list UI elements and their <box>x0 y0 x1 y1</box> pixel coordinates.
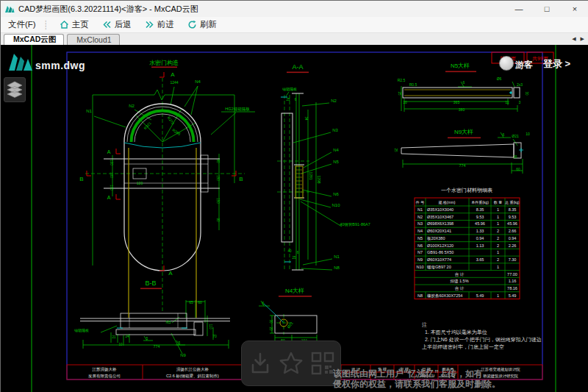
home-button[interactable]: 主页 <box>53 17 96 32</box>
cad-label: N4大样 <box>285 288 304 294</box>
tab-mxcad-cloud[interactable]: MxCAD云图 <box>4 34 64 45</box>
table-cell: N1 <box>417 207 423 212</box>
cad-label: 40 <box>287 249 292 253</box>
cad-label: 3 <box>519 100 521 104</box>
cad-label: 2x3 <box>517 82 523 87</box>
table-cell: 1.33 <box>476 229 484 233</box>
cad-label: 10 <box>403 100 407 104</box>
back-button[interactable]: 后退 <box>96 17 138 32</box>
cad-label: R270 <box>167 115 176 125</box>
table-header: 单件重(kg) <box>471 200 489 204</box>
close-button[interactable]: × <box>561 1 588 17</box>
username[interactable]: 游客 <box>515 59 533 71</box>
login-link[interactable]: 登录 > <box>543 57 570 71</box>
maximize-button[interactable]: □ <box>533 1 561 17</box>
table-cell: 1 <box>497 207 499 212</box>
cad-label: 6 <box>297 251 299 254</box>
table-cell: GB91-86 5X50 <box>427 250 453 254</box>
cad-label: 锚箱隔板 <box>74 328 89 333</box>
cad-label: N10 <box>331 203 340 207</box>
table-cell: 7.30 <box>509 257 517 262</box>
cad-label: 70 <box>212 334 217 338</box>
qrcode-icon[interactable] <box>310 351 335 376</box>
mxcad-logo[interactable] <box>8 51 33 71</box>
cad-label: 100 <box>110 185 113 190</box>
table-cell: 45.96 <box>475 221 485 226</box>
cad-label: N9 <box>180 353 186 357</box>
cad-label: 65 <box>189 300 193 304</box>
cad-label: A-A <box>292 63 303 71</box>
table-cell: 2 <box>497 243 499 248</box>
table-cell: N5 <box>417 236 423 240</box>
app-window: CAD梦想画图(6.3.20221114)<游客> - MxCAD云图 — □ … <box>0 0 588 392</box>
refresh-button[interactable]: 刷新 <box>181 17 223 32</box>
cad-label: 365 <box>453 100 460 104</box>
cad-label: N5 <box>333 160 339 164</box>
floating-toolbar <box>241 341 341 386</box>
notes-line: 上半部焊缝密封牢，门底上留一定空 <box>422 343 542 351</box>
cad-label: 5 <box>146 337 148 341</box>
cad-label: R0.5 <box>409 82 417 87</box>
minimize-button[interactable]: — <box>505 1 533 17</box>
cad-label: A <box>107 195 111 200</box>
table-cell: Ø35X10X3040 <box>427 207 453 212</box>
file-menu[interactable]: 文件(F) <box>1 19 43 30</box>
cad-label: A <box>168 270 173 277</box>
cad-label: N9大样 <box>454 129 473 135</box>
table-cell: 1 <box>497 221 499 226</box>
cad-label: 380 <box>459 107 465 112</box>
back-label: 后退 <box>115 19 132 30</box>
table-cell: N2 <box>417 215 423 219</box>
cad-label: N2 <box>129 104 135 108</box>
cad-labels: 水密门构造A-AN5大样N9大样B-BN4大样一个水密门材料明细表第96页共99… <box>74 56 548 357</box>
cad-label: 774 <box>153 344 159 349</box>
table-cell: 5.49 <box>476 293 484 298</box>
download-icon[interactable] <box>248 351 273 376</box>
cad-label: A <box>107 149 111 154</box>
titlebar: CAD梦想画图(6.3.20221114)<游客> - MxCAD云图 — □ … <box>1 1 588 17</box>
table-cell: 2 <box>497 257 499 262</box>
table-cell: N8 <box>417 293 423 298</box>
table-cell: N9 <box>417 257 423 262</box>
cad-label: 34 <box>304 116 308 121</box>
table-summary-value: 78.16 <box>507 286 517 291</box>
table-cell: N3 <box>417 221 423 226</box>
cad-label: 24 <box>125 335 129 338</box>
table-cell: N4 <box>417 229 423 233</box>
cad-label: N1 <box>334 254 340 259</box>
centerlines <box>85 78 309 335</box>
table-summary-label: 合 计 <box>455 286 465 291</box>
back-icon <box>102 20 112 29</box>
cad-label: 150 <box>216 175 220 181</box>
tabbar: MxCAD云图 MxCloud1 ◀ ▶ <box>1 33 588 45</box>
app-icon <box>4 4 15 14</box>
cad-label: B <box>239 176 243 182</box>
tab-mxcloud1[interactable]: MxCloud1 <box>67 34 119 45</box>
drawing-canvas[interactable]: 件 号规 格(mm)单件重(kg)数 量总 重(kg)N1Ø35X10X3040… <box>1 45 588 392</box>
cad-label: 1281 <box>309 171 313 179</box>
cad-label: 6 <box>463 80 465 85</box>
cad-label: 6 <box>262 301 265 305</box>
star-icon[interactable] <box>278 351 304 376</box>
cad-label: 150 <box>216 198 220 204</box>
cad-label: A <box>171 71 175 78</box>
table-cell: 2 <box>497 236 499 240</box>
cad-label: Ø6 <box>497 76 502 81</box>
cad-label: 一个水密门材料明细表 <box>441 188 492 193</box>
cad-label: B-B <box>145 279 156 287</box>
table-cell: Ø35X10X3467 <box>427 215 453 219</box>
table-cell: 2.66 <box>509 229 517 233</box>
forward-button[interactable]: 前进 <box>138 17 181 32</box>
cad-label: 100 <box>110 160 113 165</box>
tab-scroll-arrows[interactable]: ◀ ▶ <box>572 36 586 42</box>
cad-label: B <box>79 176 83 182</box>
avatar[interactable] <box>499 56 514 71</box>
cad-label: 90 <box>216 159 220 163</box>
table-summary-value: 77.00 <box>507 272 517 277</box>
home-label: 主页 <box>72 19 89 30</box>
cad-label: 26 <box>513 155 517 159</box>
layers-button[interactable] <box>4 77 26 102</box>
table-cell: 3.65 <box>476 257 484 262</box>
cad-label: 120 <box>137 181 143 185</box>
cad-label: 20 <box>269 327 273 331</box>
